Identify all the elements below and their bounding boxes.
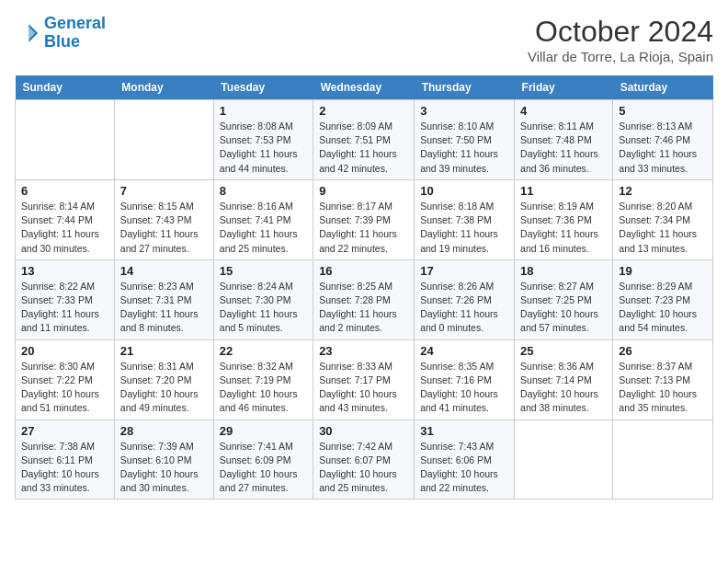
calendar-cell: 3Sunrise: 8:10 AM Sunset: 7:50 PM Daylig… xyxy=(415,100,515,180)
day-number: 1 xyxy=(220,104,307,118)
calendar-cell: 31Sunrise: 7:43 AM Sunset: 6:06 PM Dayli… xyxy=(415,419,515,500)
calendar-week-row: 6Sunrise: 8:14 AM Sunset: 7:44 PM Daylig… xyxy=(16,179,713,259)
calendar-cell: 27Sunrise: 7:38 AM Sunset: 6:11 PM Dayli… xyxy=(16,419,115,500)
calendar-cell xyxy=(16,100,115,180)
day-info: Sunrise: 8:11 AM Sunset: 7:48 PM Dayligh… xyxy=(520,120,607,176)
calendar-cell: 14Sunrise: 8:23 AM Sunset: 7:31 PM Dayli… xyxy=(114,259,213,339)
day-info: Sunrise: 8:15 AM Sunset: 7:43 PM Dayligh… xyxy=(120,200,208,256)
calendar-cell xyxy=(515,419,613,500)
day-number: 13 xyxy=(21,264,108,278)
month-title: October 2024 xyxy=(528,15,713,49)
day-info: Sunrise: 8:22 AM Sunset: 7:33 PM Dayligh… xyxy=(21,280,108,336)
day-number: 2 xyxy=(319,104,408,118)
day-info: Sunrise: 7:38 AM Sunset: 6:11 PM Dayligh… xyxy=(21,440,108,496)
calendar-cell: 4Sunrise: 8:11 AM Sunset: 7:48 PM Daylig… xyxy=(515,100,613,180)
day-info: Sunrise: 8:25 AM Sunset: 7:28 PM Dayligh… xyxy=(319,280,408,336)
day-number: 20 xyxy=(21,344,108,358)
day-number: 10 xyxy=(420,184,508,198)
calendar-cell xyxy=(114,100,213,180)
day-number: 11 xyxy=(520,184,607,198)
calendar-cell: 8Sunrise: 8:16 AM Sunset: 7:41 PM Daylig… xyxy=(213,179,313,259)
day-info: Sunrise: 8:36 AM Sunset: 7:14 PM Dayligh… xyxy=(520,360,607,416)
calendar-cell: 20Sunrise: 8:30 AM Sunset: 7:22 PM Dayli… xyxy=(16,339,115,419)
calendar-cell: 17Sunrise: 8:26 AM Sunset: 7:26 PM Dayli… xyxy=(415,259,515,339)
calendar-cell: 15Sunrise: 8:24 AM Sunset: 7:30 PM Dayli… xyxy=(213,259,313,339)
day-info: Sunrise: 8:35 AM Sunset: 7:16 PM Dayligh… xyxy=(420,360,508,416)
day-info: Sunrise: 8:23 AM Sunset: 7:31 PM Dayligh… xyxy=(120,280,208,336)
day-number: 22 xyxy=(220,344,307,358)
day-number: 29 xyxy=(220,424,307,438)
day-number: 27 xyxy=(21,424,108,438)
calendar-table: SundayMondayTuesdayWednesdayThursdayFrid… xyxy=(15,75,713,500)
day-info: Sunrise: 7:41 AM Sunset: 6:09 PM Dayligh… xyxy=(220,440,307,496)
day-info: Sunrise: 8:30 AM Sunset: 7:22 PM Dayligh… xyxy=(21,360,108,416)
weekday-header: Tuesday xyxy=(213,75,313,100)
calendar-cell xyxy=(613,419,713,500)
calendar-cell: 9Sunrise: 8:17 AM Sunset: 7:39 PM Daylig… xyxy=(313,179,415,259)
day-number: 16 xyxy=(319,264,408,278)
day-number: 21 xyxy=(120,344,208,358)
day-number: 31 xyxy=(420,424,508,438)
day-number: 30 xyxy=(319,424,408,438)
calendar-cell: 19Sunrise: 8:29 AM Sunset: 7:23 PM Dayli… xyxy=(613,259,713,339)
calendar-cell: 12Sunrise: 8:20 AM Sunset: 7:34 PM Dayli… xyxy=(613,179,713,259)
logo-text: General Blue xyxy=(44,15,106,52)
calendar-cell: 29Sunrise: 7:41 AM Sunset: 6:09 PM Dayli… xyxy=(213,419,313,500)
day-info: Sunrise: 7:43 AM Sunset: 6:06 PM Dayligh… xyxy=(420,440,508,496)
weekday-header: Wednesday xyxy=(313,75,415,100)
day-info: Sunrise: 8:20 AM Sunset: 7:34 PM Dayligh… xyxy=(619,200,707,256)
day-info: Sunrise: 8:31 AM Sunset: 7:20 PM Dayligh… xyxy=(120,360,208,416)
calendar-cell: 21Sunrise: 8:31 AM Sunset: 7:20 PM Dayli… xyxy=(114,339,213,419)
day-info: Sunrise: 8:08 AM Sunset: 7:53 PM Dayligh… xyxy=(220,120,307,176)
day-number: 15 xyxy=(220,264,307,278)
day-number: 12 xyxy=(619,184,707,198)
day-info: Sunrise: 8:29 AM Sunset: 7:23 PM Dayligh… xyxy=(619,280,707,336)
day-number: 14 xyxy=(120,264,208,278)
day-info: Sunrise: 8:14 AM Sunset: 7:44 PM Dayligh… xyxy=(21,200,108,256)
weekday-header: Thursday xyxy=(415,75,515,100)
day-info: Sunrise: 8:16 AM Sunset: 7:41 PM Dayligh… xyxy=(220,200,307,256)
calendar-cell: 24Sunrise: 8:35 AM Sunset: 7:16 PM Dayli… xyxy=(415,339,515,419)
day-number: 5 xyxy=(619,104,707,118)
calendar-cell: 23Sunrise: 8:33 AM Sunset: 7:17 PM Dayli… xyxy=(313,339,415,419)
day-number: 9 xyxy=(319,184,408,198)
day-info: Sunrise: 8:13 AM Sunset: 7:46 PM Dayligh… xyxy=(619,120,707,176)
calendar-cell: 22Sunrise: 8:32 AM Sunset: 7:19 PM Dayli… xyxy=(213,339,313,419)
day-info: Sunrise: 8:33 AM Sunset: 7:17 PM Dayligh… xyxy=(319,360,408,416)
title-block: October 2024 Villar de Torre, La Rioja, … xyxy=(528,15,713,64)
weekday-header: Monday xyxy=(114,75,213,100)
calendar-week-row: 27Sunrise: 7:38 AM Sunset: 6:11 PM Dayli… xyxy=(16,419,713,500)
weekday-header: Saturday xyxy=(613,75,713,100)
calendar-week-row: 20Sunrise: 8:30 AM Sunset: 7:22 PM Dayli… xyxy=(16,339,713,419)
day-number: 23 xyxy=(319,344,408,358)
day-info: Sunrise: 7:42 AM Sunset: 6:07 PM Dayligh… xyxy=(319,440,408,496)
calendar-cell: 26Sunrise: 8:37 AM Sunset: 7:13 PM Dayli… xyxy=(613,339,713,419)
calendar-cell: 13Sunrise: 8:22 AM Sunset: 7:33 PM Dayli… xyxy=(16,259,115,339)
calendar-cell: 30Sunrise: 7:42 AM Sunset: 6:07 PM Dayli… xyxy=(313,419,415,500)
calendar-week-row: 13Sunrise: 8:22 AM Sunset: 7:33 PM Dayli… xyxy=(16,259,713,339)
calendar-cell: 7Sunrise: 8:15 AM Sunset: 7:43 PM Daylig… xyxy=(114,179,213,259)
calendar-cell: 6Sunrise: 8:14 AM Sunset: 7:44 PM Daylig… xyxy=(16,179,115,259)
weekday-header-row: SundayMondayTuesdayWednesdayThursdayFrid… xyxy=(16,75,713,100)
day-number: 8 xyxy=(220,184,307,198)
day-number: 3 xyxy=(420,104,508,118)
calendar-week-row: 1Sunrise: 8:08 AM Sunset: 7:53 PM Daylig… xyxy=(16,100,713,180)
day-number: 19 xyxy=(619,264,707,278)
logo: General Blue xyxy=(15,15,106,52)
calendar-cell: 18Sunrise: 8:27 AM Sunset: 7:25 PM Dayli… xyxy=(515,259,613,339)
calendar-cell: 16Sunrise: 8:25 AM Sunset: 7:28 PM Dayli… xyxy=(313,259,415,339)
day-info: Sunrise: 8:19 AM Sunset: 7:36 PM Dayligh… xyxy=(520,200,607,256)
calendar-cell: 5Sunrise: 8:13 AM Sunset: 7:46 PM Daylig… xyxy=(613,100,713,180)
calendar-cell: 10Sunrise: 8:18 AM Sunset: 7:38 PM Dayli… xyxy=(415,179,515,259)
day-number: 4 xyxy=(520,104,607,118)
day-info: Sunrise: 8:27 AM Sunset: 7:25 PM Dayligh… xyxy=(520,280,607,336)
logo-icon xyxy=(15,20,40,46)
day-number: 17 xyxy=(420,264,508,278)
day-info: Sunrise: 8:10 AM Sunset: 7:50 PM Dayligh… xyxy=(420,120,508,176)
weekday-header: Sunday xyxy=(16,75,115,100)
calendar-cell: 1Sunrise: 8:08 AM Sunset: 7:53 PM Daylig… xyxy=(213,100,313,180)
day-number: 6 xyxy=(21,184,108,198)
day-info: Sunrise: 8:32 AM Sunset: 7:19 PM Dayligh… xyxy=(220,360,307,416)
day-info: Sunrise: 8:09 AM Sunset: 7:51 PM Dayligh… xyxy=(319,120,408,176)
day-info: Sunrise: 7:39 AM Sunset: 6:10 PM Dayligh… xyxy=(120,440,208,496)
